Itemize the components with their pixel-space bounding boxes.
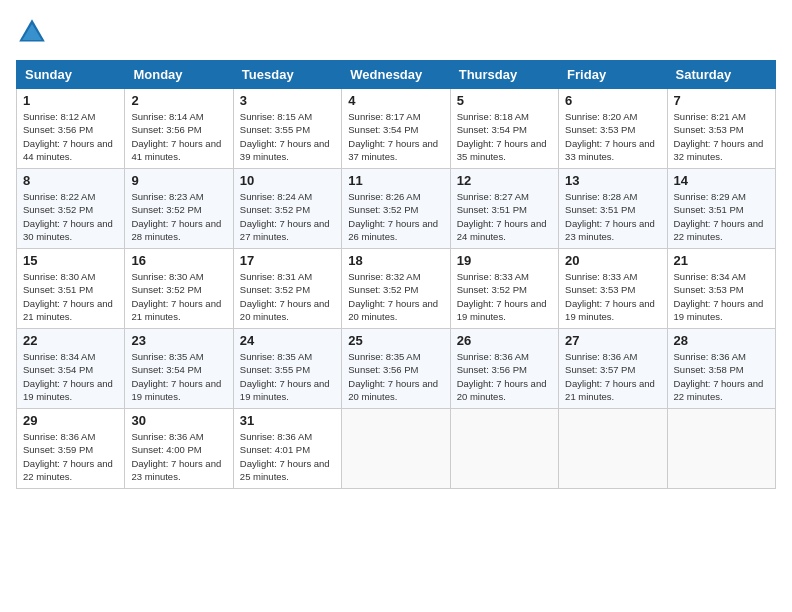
calendar-cell: 28 Sunrise: 8:36 AMSunset: 3:58 PMDaylig… (667, 329, 775, 409)
day-number: 1 (23, 93, 118, 108)
calendar-cell: 1 Sunrise: 8:12 AMSunset: 3:56 PMDayligh… (17, 89, 125, 169)
calendar-cell: 18 Sunrise: 8:32 AMSunset: 3:52 PMDaylig… (342, 249, 450, 329)
day-info: Sunrise: 8:28 AMSunset: 3:51 PMDaylight:… (565, 191, 655, 242)
calendar-cell: 12 Sunrise: 8:27 AMSunset: 3:51 PMDaylig… (450, 169, 558, 249)
day-number: 19 (457, 253, 552, 268)
col-header-friday: Friday (559, 61, 667, 89)
day-info: Sunrise: 8:18 AMSunset: 3:54 PMDaylight:… (457, 111, 547, 162)
calendar-cell: 25 Sunrise: 8:35 AMSunset: 3:56 PMDaylig… (342, 329, 450, 409)
day-info: Sunrise: 8:30 AMSunset: 3:52 PMDaylight:… (131, 271, 221, 322)
calendar-cell: 7 Sunrise: 8:21 AMSunset: 3:53 PMDayligh… (667, 89, 775, 169)
day-info: Sunrise: 8:30 AMSunset: 3:51 PMDaylight:… (23, 271, 113, 322)
calendar-cell: 16 Sunrise: 8:30 AMSunset: 3:52 PMDaylig… (125, 249, 233, 329)
day-info: Sunrise: 8:36 AMSunset: 4:00 PMDaylight:… (131, 431, 221, 482)
calendar-cell (559, 409, 667, 489)
calendar-cell (450, 409, 558, 489)
calendar-week-row: 8 Sunrise: 8:22 AMSunset: 3:52 PMDayligh… (17, 169, 776, 249)
calendar-cell: 6 Sunrise: 8:20 AMSunset: 3:53 PMDayligh… (559, 89, 667, 169)
day-number: 4 (348, 93, 443, 108)
day-number: 31 (240, 413, 335, 428)
calendar-week-row: 1 Sunrise: 8:12 AMSunset: 3:56 PMDayligh… (17, 89, 776, 169)
day-info: Sunrise: 8:29 AMSunset: 3:51 PMDaylight:… (674, 191, 764, 242)
day-info: Sunrise: 8:36 AMSunset: 3:56 PMDaylight:… (457, 351, 547, 402)
day-number: 15 (23, 253, 118, 268)
day-number: 13 (565, 173, 660, 188)
day-info: Sunrise: 8:32 AMSunset: 3:52 PMDaylight:… (348, 271, 438, 322)
day-info: Sunrise: 8:15 AMSunset: 3:55 PMDaylight:… (240, 111, 330, 162)
day-number: 27 (565, 333, 660, 348)
col-header-sunday: Sunday (17, 61, 125, 89)
day-number: 11 (348, 173, 443, 188)
calendar-week-row: 29 Sunrise: 8:36 AMSunset: 3:59 PMDaylig… (17, 409, 776, 489)
calendar-cell: 10 Sunrise: 8:24 AMSunset: 3:52 PMDaylig… (233, 169, 341, 249)
day-info: Sunrise: 8:17 AMSunset: 3:54 PMDaylight:… (348, 111, 438, 162)
day-number: 5 (457, 93, 552, 108)
day-info: Sunrise: 8:34 AMSunset: 3:53 PMDaylight:… (674, 271, 764, 322)
day-number: 9 (131, 173, 226, 188)
calendar-cell: 2 Sunrise: 8:14 AMSunset: 3:56 PMDayligh… (125, 89, 233, 169)
col-header-tuesday: Tuesday (233, 61, 341, 89)
day-number: 25 (348, 333, 443, 348)
calendar-cell: 4 Sunrise: 8:17 AMSunset: 3:54 PMDayligh… (342, 89, 450, 169)
calendar-cell: 29 Sunrise: 8:36 AMSunset: 3:59 PMDaylig… (17, 409, 125, 489)
calendar-cell: 5 Sunrise: 8:18 AMSunset: 3:54 PMDayligh… (450, 89, 558, 169)
col-header-wednesday: Wednesday (342, 61, 450, 89)
calendar-cell (667, 409, 775, 489)
day-info: Sunrise: 8:22 AMSunset: 3:52 PMDaylight:… (23, 191, 113, 242)
calendar-cell: 26 Sunrise: 8:36 AMSunset: 3:56 PMDaylig… (450, 329, 558, 409)
day-info: Sunrise: 8:31 AMSunset: 3:52 PMDaylight:… (240, 271, 330, 322)
calendar-cell: 23 Sunrise: 8:35 AMSunset: 3:54 PMDaylig… (125, 329, 233, 409)
calendar-cell: 24 Sunrise: 8:35 AMSunset: 3:55 PMDaylig… (233, 329, 341, 409)
day-info: Sunrise: 8:20 AMSunset: 3:53 PMDaylight:… (565, 111, 655, 162)
page-header (16, 16, 776, 48)
day-number: 22 (23, 333, 118, 348)
col-header-thursday: Thursday (450, 61, 558, 89)
day-info: Sunrise: 8:36 AMSunset: 3:57 PMDaylight:… (565, 351, 655, 402)
day-number: 7 (674, 93, 769, 108)
day-number: 14 (674, 173, 769, 188)
calendar-cell: 31 Sunrise: 8:36 AMSunset: 4:01 PMDaylig… (233, 409, 341, 489)
day-number: 28 (674, 333, 769, 348)
day-info: Sunrise: 8:27 AMSunset: 3:51 PMDaylight:… (457, 191, 547, 242)
day-number: 20 (565, 253, 660, 268)
day-info: Sunrise: 8:35 AMSunset: 3:56 PMDaylight:… (348, 351, 438, 402)
day-number: 18 (348, 253, 443, 268)
col-header-saturday: Saturday (667, 61, 775, 89)
calendar-table: SundayMondayTuesdayWednesdayThursdayFrid… (16, 60, 776, 489)
day-info: Sunrise: 8:34 AMSunset: 3:54 PMDaylight:… (23, 351, 113, 402)
calendar-cell: 9 Sunrise: 8:23 AMSunset: 3:52 PMDayligh… (125, 169, 233, 249)
calendar-cell: 21 Sunrise: 8:34 AMSunset: 3:53 PMDaylig… (667, 249, 775, 329)
calendar-cell: 13 Sunrise: 8:28 AMSunset: 3:51 PMDaylig… (559, 169, 667, 249)
day-number: 3 (240, 93, 335, 108)
calendar-cell (342, 409, 450, 489)
day-number: 10 (240, 173, 335, 188)
day-number: 2 (131, 93, 226, 108)
day-number: 23 (131, 333, 226, 348)
calendar-cell: 15 Sunrise: 8:30 AMSunset: 3:51 PMDaylig… (17, 249, 125, 329)
logo-icon (16, 16, 48, 48)
day-info: Sunrise: 8:12 AMSunset: 3:56 PMDaylight:… (23, 111, 113, 162)
day-info: Sunrise: 8:35 AMSunset: 3:54 PMDaylight:… (131, 351, 221, 402)
calendar-cell: 11 Sunrise: 8:26 AMSunset: 3:52 PMDaylig… (342, 169, 450, 249)
day-info: Sunrise: 8:36 AMSunset: 3:59 PMDaylight:… (23, 431, 113, 482)
day-number: 24 (240, 333, 335, 348)
calendar-cell: 20 Sunrise: 8:33 AMSunset: 3:53 PMDaylig… (559, 249, 667, 329)
calendar-week-row: 15 Sunrise: 8:30 AMSunset: 3:51 PMDaylig… (17, 249, 776, 329)
day-number: 26 (457, 333, 552, 348)
calendar-cell: 27 Sunrise: 8:36 AMSunset: 3:57 PMDaylig… (559, 329, 667, 409)
day-number: 8 (23, 173, 118, 188)
calendar-cell: 30 Sunrise: 8:36 AMSunset: 4:00 PMDaylig… (125, 409, 233, 489)
calendar-cell: 22 Sunrise: 8:34 AMSunset: 3:54 PMDaylig… (17, 329, 125, 409)
day-info: Sunrise: 8:36 AMSunset: 4:01 PMDaylight:… (240, 431, 330, 482)
day-info: Sunrise: 8:36 AMSunset: 3:58 PMDaylight:… (674, 351, 764, 402)
day-number: 17 (240, 253, 335, 268)
col-header-monday: Monday (125, 61, 233, 89)
day-info: Sunrise: 8:33 AMSunset: 3:52 PMDaylight:… (457, 271, 547, 322)
calendar-cell: 14 Sunrise: 8:29 AMSunset: 3:51 PMDaylig… (667, 169, 775, 249)
calendar-cell: 17 Sunrise: 8:31 AMSunset: 3:52 PMDaylig… (233, 249, 341, 329)
day-info: Sunrise: 8:14 AMSunset: 3:56 PMDaylight:… (131, 111, 221, 162)
calendar-cell: 19 Sunrise: 8:33 AMSunset: 3:52 PMDaylig… (450, 249, 558, 329)
calendar-week-row: 22 Sunrise: 8:34 AMSunset: 3:54 PMDaylig… (17, 329, 776, 409)
day-number: 29 (23, 413, 118, 428)
calendar-cell: 3 Sunrise: 8:15 AMSunset: 3:55 PMDayligh… (233, 89, 341, 169)
